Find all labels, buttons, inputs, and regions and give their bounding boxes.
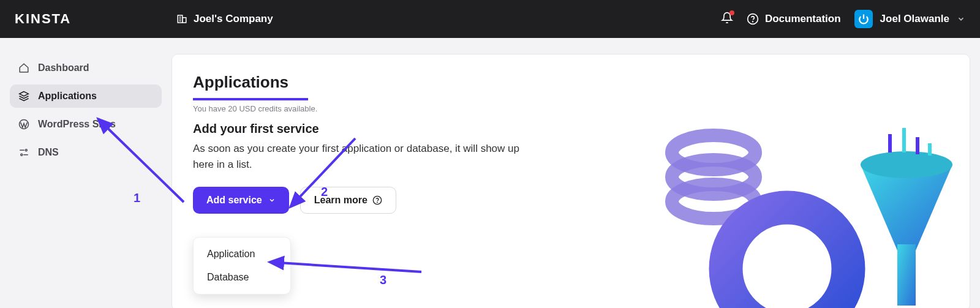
svg-rect-24 [928, 143, 932, 156]
logo: KINSTA [15, 11, 176, 27]
svg-rect-1 [183, 18, 186, 23]
avatar [854, 10, 873, 28]
documentation-label: Documentation [765, 13, 841, 25]
page-title: Applications [193, 73, 949, 92]
sidebar-item-applications[interactable]: Applications [10, 85, 162, 108]
svg-point-19 [861, 151, 952, 178]
learn-more-label: Learn more [314, 195, 368, 206]
help-icon [372, 195, 382, 205]
documentation-link[interactable]: Documentation [747, 13, 841, 25]
hero-illustration [646, 110, 965, 308]
learn-more-button[interactable]: Learn more [300, 187, 396, 214]
topbar: KINSTA Joel's Company Documentation [0, 0, 980, 38]
notification-dot [729, 10, 734, 15]
description: As soon as you create your first applica… [193, 141, 536, 172]
home-icon [18, 62, 29, 73]
company-name: Joel's Company [194, 13, 273, 25]
add-service-button[interactable]: Add service [193, 187, 289, 214]
wordpress-icon [18, 119, 29, 130]
layers-icon [18, 91, 29, 102]
svg-rect-22 [902, 128, 906, 152]
company-selector[interactable]: Joel's Company [176, 13, 273, 25]
user-menu[interactable]: Joel Olawanle [854, 10, 965, 28]
svg-rect-20 [897, 244, 916, 306]
sidebar-item-dns[interactable]: DNS [10, 141, 162, 164]
help-icon [747, 13, 759, 25]
svg-point-6 [752, 21, 753, 22]
user-name: Joel Olawanle [880, 13, 949, 25]
svg-point-10 [25, 149, 27, 151]
svg-marker-8 [20, 92, 29, 97]
sidebar-item-wordpress[interactable]: WordPress Sites [10, 113, 162, 136]
panel: Applications You have 20 USD credits ava… [172, 54, 970, 308]
sidebar-item-label: WordPress Sites [38, 119, 116, 130]
svg-point-17 [726, 208, 848, 308]
dropdown-item-database[interactable]: Database [194, 266, 290, 289]
sidebar: Dashboard Applications WordPress Sites D… [0, 38, 172, 308]
add-service-label: Add service [206, 195, 262, 206]
title-underline [193, 98, 308, 100]
dropdown-item-application[interactable]: Application [194, 242, 290, 266]
dns-icon [18, 147, 29, 158]
sidebar-item-dashboard[interactable]: Dashboard [10, 56, 162, 80]
svg-point-11 [21, 154, 23, 156]
notifications-button[interactable] [721, 12, 733, 26]
add-service-dropdown: Application Database [193, 237, 291, 295]
chevron-down-icon [957, 15, 965, 23]
svg-point-13 [377, 202, 378, 203]
power-icon [858, 13, 869, 24]
sidebar-item-label: Applications [38, 91, 97, 102]
main-area: Applications You have 20 USD credits ava… [172, 38, 980, 308]
svg-rect-23 [916, 137, 919, 154]
company-icon [176, 13, 187, 24]
sidebar-item-label: DNS [38, 147, 59, 158]
svg-rect-21 [888, 134, 892, 152]
chevron-down-icon [268, 197, 276, 204]
sidebar-item-label: Dashboard [38, 62, 89, 73]
